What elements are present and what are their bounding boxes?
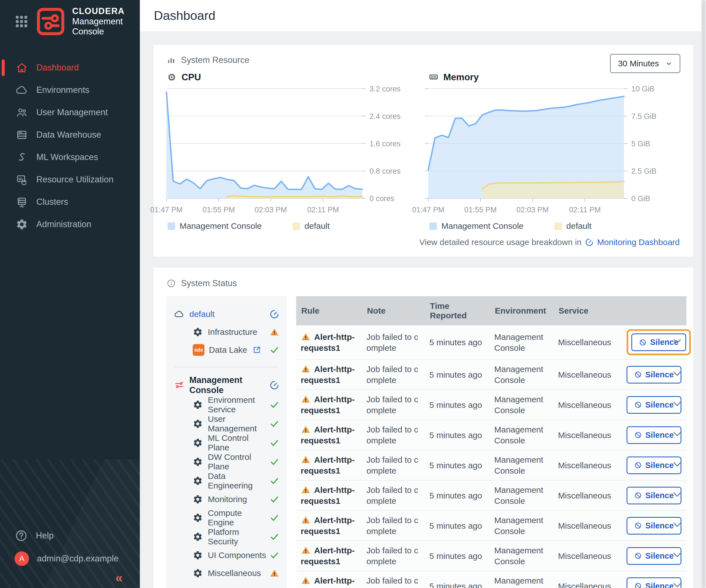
tree-item-management-console[interactable]: Management Console — [174, 375, 279, 395]
table-row: Alert-http-requests1Job failed to comple… — [296, 541, 687, 571]
scrollbar-thumb[interactable] — [702, 0, 705, 588]
collapse-sidebar-icon[interactable]: « — [115, 571, 122, 584]
svg-text:2.4 cores: 2.4 cores — [369, 112, 400, 121]
rule-cell: Alert-http-requests1 — [296, 480, 362, 511]
external-link-icon[interactable] — [252, 346, 261, 354]
cpu-chart: 3.2 cores2.4 cores1.6 cores0.8 cores0 co… — [166, 86, 418, 218]
expand-row-button[interactable] — [671, 458, 683, 471]
gauge-icon — [269, 380, 279, 390]
cloudera-logo-icon[interactable] — [35, 6, 66, 37]
tree-item-ml-control-plane[interactable]: ML Control Plane — [174, 433, 279, 452]
memory-chart-legend: Management Consoledefault — [428, 221, 680, 231]
tree-item-user-management[interactable]: User Management — [174, 414, 279, 433]
help-icon — [14, 529, 28, 542]
tree-item-miscellaneous[interactable]: Miscellaneous — [174, 564, 279, 582]
svg-text:02:11 PM: 02:11 PM — [569, 206, 601, 214]
note-text: Job failed to complete — [366, 331, 421, 353]
tree-item-label: Infrastructure — [208, 327, 257, 337]
tree-item-monitoring[interactable]: Monitoring — [174, 491, 279, 508]
svg-text:10 GiB: 10 GiB — [631, 85, 655, 93]
expand-row-button[interactable] — [671, 579, 683, 588]
sidebar-item-user-management[interactable]: User Management — [0, 101, 140, 124]
rule-cell: Alert-http-requests1 — [296, 390, 362, 420]
environment-cell: Management Console — [490, 325, 554, 359]
sidebar-collapse-row: « — [0, 570, 140, 587]
svg-text:02:03 PM: 02:03 PM — [254, 206, 287, 214]
sidebar-item-label: Dashboard — [36, 63, 79, 73]
check-icon — [269, 476, 279, 486]
system-status-title-row: System Status — [166, 278, 687, 288]
action-cell: Silence — [622, 390, 666, 420]
sidebar-item-clusters[interactable]: Clusters — [0, 191, 140, 213]
expand-row-button[interactable] — [671, 548, 683, 561]
time-reported-cell: 5 minutes ago — [425, 390, 490, 420]
user-email: admin@cdp.example — [37, 554, 119, 564]
expand-row-button[interactable] — [671, 397, 683, 410]
note-text: Job failed to complete — [366, 364, 421, 386]
cpu-chart-block: CPU 3.2 cores2.4 cores1.6 cores0.8 cores… — [166, 72, 418, 231]
time-reported-cell: 5 minutes ago — [425, 450, 490, 480]
svg-text:2.5 GiB: 2.5 GiB — [631, 167, 657, 175]
sidebar-footer: Help A admin@cdp.example « — [0, 524, 140, 588]
sidebar-item-label: Environments — [36, 85, 89, 95]
column-header-action — [622, 296, 666, 325]
sidebar-item-label: Administration — [36, 219, 91, 229]
warning-icon — [301, 545, 311, 555]
expand-row-button[interactable] — [671, 335, 683, 347]
time-reported-cell: 5 minutes ago — [425, 511, 490, 541]
page-scrollbar[interactable] — [701, 0, 706, 588]
tree-item-label: default — [189, 309, 214, 319]
sidebar-item-label: Clusters — [36, 197, 68, 207]
note-cell: Job failed to complete — [362, 511, 425, 541]
tree-item-label: Environment Service — [208, 395, 269, 414]
environment-cell: Management Console — [490, 420, 554, 450]
warning-icon — [301, 455, 311, 465]
silence-icon — [634, 431, 642, 439]
sidebar-item-environments[interactable]: Environments — [0, 79, 140, 101]
system-resource-title: System Resource — [181, 55, 249, 65]
sidebar-item-user[interactable]: A admin@cdp.example — [0, 547, 140, 570]
sidebar-item-data-warehouse[interactable]: Data Warehouse — [0, 124, 140, 146]
monitoring-dashboard-link[interactable]: Monitoring Dashboard — [597, 237, 680, 247]
tree-item-infrastructure[interactable]: Infrastructure — [174, 323, 279, 341]
warning-icon — [301, 576, 311, 586]
tree-item-platform-security[interactable]: Platform Security — [174, 527, 279, 546]
tree-item-ui-components[interactable]: UI Components — [174, 546, 279, 564]
silence-icon — [634, 461, 642, 469]
tree-item-dw-control-plane[interactable]: DW Control Plane — [174, 452, 279, 471]
tree-item-environment-service[interactable]: Environment Service — [174, 395, 279, 414]
expand-row-button[interactable] — [671, 488, 683, 501]
time-range-select[interactable]: 30 Minutes — [610, 54, 680, 73]
rule-cell: Alert-http-requests1 — [296, 325, 362, 359]
table-row: Alert-http-requests1Job failed to comple… — [296, 359, 687, 390]
expand-row-button[interactable] — [671, 367, 683, 380]
status-body: defaultInfrastructuresdxData LakeManagem… — [166, 296, 687, 588]
tree-item-compute-engine[interactable]: Compute Engine — [174, 508, 279, 527]
tree-item-data-engineering[interactable]: Data Engineering — [174, 471, 279, 491]
expand-row-button[interactable] — [671, 518, 683, 531]
check-icon — [269, 419, 279, 429]
sidebar-item-resource-utilization[interactable]: Resource Utilization — [0, 168, 140, 191]
sidebar-item-dashboard[interactable]: Dashboard — [0, 56, 140, 79]
alerts-table-header-row: RuleNoteTime ReportedEnvironmentService — [296, 296, 687, 325]
silence-icon — [634, 552, 642, 560]
action-cell: Silence — [622, 480, 666, 511]
app-switcher-grid-icon[interactable] — [14, 14, 29, 29]
sidebar-item-ml-workspaces[interactable]: ML Workspaces — [0, 146, 140, 168]
tree-item-data-lake[interactable]: sdxData Lake — [174, 341, 279, 359]
service-cell: Miscellaneous — [554, 541, 622, 571]
sdx-badge: sdx — [193, 344, 204, 356]
system-status-title: System Status — [181, 278, 237, 288]
action-cell: Silence — [622, 325, 666, 359]
sidebar-item-administration[interactable]: Administration — [0, 213, 140, 236]
sidebar-item-help[interactable]: Help — [0, 524, 140, 547]
app-window: CLOUDERA Management Console DashboardEnv… — [0, 0, 706, 588]
expand-row-button[interactable] — [671, 427, 683, 440]
cpu-chart-title: CPU — [182, 72, 201, 82]
tree-item-default[interactable]: default — [174, 305, 279, 323]
tree-item-label: Management Console — [189, 375, 269, 395]
svg-text:01:47 PM: 01:47 PM — [150, 206, 183, 214]
silence-label: Silence — [645, 582, 674, 588]
bar-chart-icon — [166, 55, 176, 65]
sidebar-nav: DashboardEnvironmentsUser ManagementData… — [0, 56, 140, 236]
